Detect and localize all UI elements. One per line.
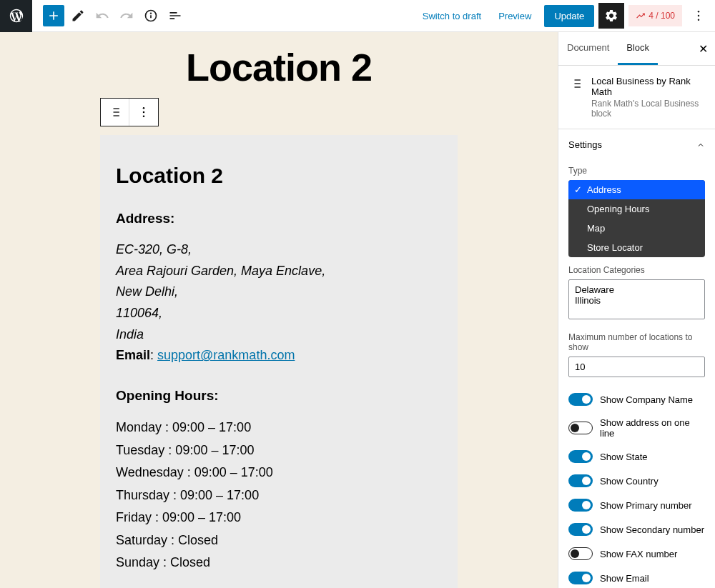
categories-label: Location Categories — [568, 265, 705, 275]
toggle-label: Show State — [600, 452, 648, 462]
hours-line: Friday : 09:00 – 17:00 — [116, 507, 442, 529]
svg-point-12 — [143, 107, 145, 109]
tab-document[interactable]: Document — [558, 32, 618, 65]
toggle-switch[interactable] — [568, 547, 593, 560]
seo-score-text: 4 / 100 — [649, 11, 675, 21]
toggle-switch[interactable] — [568, 393, 593, 406]
toggle-label: Show Secondary number — [600, 524, 704, 535]
preview-button[interactable]: Preview — [490, 5, 540, 27]
toggle-row: Show FAX number — [568, 542, 705, 566]
wordpress-logo[interactable] — [0, 0, 32, 32]
toggle-row: Show Primary number — [568, 493, 705, 517]
email-link[interactable]: support@rankmath.com — [157, 348, 295, 362]
max-locations-label: Maximum number of locations to show — [568, 332, 705, 352]
hours-line: Thursday : 09:00 – 17:00 — [116, 484, 442, 507]
block-type-icon[interactable] — [101, 99, 129, 126]
toggle-switch[interactable] — [568, 499, 593, 512]
redo-icon[interactable] — [116, 5, 137, 26]
svg-point-2 — [151, 13, 152, 14]
toggle-row: Show address on one line — [568, 412, 705, 444]
toggle-switch[interactable] — [568, 523, 593, 536]
block-icon — [568, 76, 584, 91]
address-line: New Delhi, — [116, 281, 442, 303]
toggle-switch[interactable] — [568, 422, 593, 434]
email-line: Email: support@rankmath.com — [116, 345, 442, 367]
dropdown-option[interactable]: Opening Hours — [568, 199, 705, 219]
hours-line: Monday : 09:00 – 17:00 — [116, 417, 442, 439]
toggle-label: Show address on one line — [600, 417, 705, 439]
outline-icon[interactable] — [164, 5, 186, 26]
dropdown-option[interactable]: Store Locator — [568, 238, 705, 257]
hours-line: Tuesday : 09:00 – 17:00 — [116, 439, 442, 462]
address-line: EC-320, G-8, — [116, 239, 442, 261]
address-label: Address: — [116, 211, 442, 226]
hours-line: Wednesday : 09:00 – 17:00 — [116, 462, 442, 484]
svg-point-5 — [698, 19, 700, 21]
hours-line: Saturday : Closed — [116, 529, 442, 552]
edit-tool-icon[interactable] — [67, 5, 89, 26]
update-button[interactable]: Update — [544, 5, 594, 27]
block-toolbar — [100, 98, 159, 126]
top-toolbar: Switch to draft Preview Update 4 / 100 — [0, 0, 715, 32]
info-icon[interactable] — [140, 5, 162, 26]
chevron-up-icon — [696, 141, 705, 149]
content-heading: Location 2 — [116, 164, 442, 188]
undo-icon[interactable] — [92, 5, 113, 26]
toggle-switch[interactable] — [568, 474, 593, 487]
max-locations-input[interactable] — [568, 357, 705, 377]
more-options-kebab[interactable] — [688, 5, 709, 26]
address-line: Area Rajouri Garden, Maya Enclave, — [116, 261, 442, 282]
toggle-label: Show Email — [600, 573, 649, 584]
hours-line: Sunday : Closed — [116, 552, 442, 574]
switch-to-draft-button[interactable]: Switch to draft — [414, 5, 490, 27]
block-info: Local Business by Rank Math Rank Math's … — [558, 66, 715, 129]
svg-point-14 — [143, 116, 145, 118]
block-title: Local Business by Rank Math — [591, 76, 705, 97]
hours-label: Opening Hours: — [116, 388, 442, 404]
toggle-row: Show Secondary number — [568, 517, 705, 542]
settings-panel-header[interactable]: Settings — [558, 129, 715, 160]
type-label: Type — [568, 166, 705, 176]
toggle-label: Show FAX number — [600, 549, 677, 559]
block-more-kebab[interactable] — [129, 99, 158, 126]
page-title[interactable]: Location 2 — [0, 32, 558, 98]
svg-point-3 — [698, 11, 700, 12]
close-icon[interactable]: ✕ — [699, 42, 708, 56]
add-block-button[interactable] — [43, 5, 64, 26]
address-line: 110064, — [116, 303, 442, 324]
dropdown-option[interactable]: Map — [568, 219, 705, 238]
settings-gear-button[interactable] — [598, 3, 624, 29]
tab-block[interactable]: Block — [618, 32, 658, 65]
toggle-label: Show Company Name — [600, 394, 693, 405]
svg-point-13 — [143, 111, 145, 114]
address-line: India — [116, 324, 442, 346]
svg-point-4 — [698, 15, 700, 17]
sidebar-panel: Document Block ✕ Local Business by Rank … — [558, 32, 715, 588]
toggle-row: Show State — [568, 444, 705, 469]
toggle-row: Show Email — [568, 566, 705, 588]
toggle-switch[interactable] — [568, 572, 593, 584]
content-block[interactable]: Location 2 Address: EC-320, G-8,Area Raj… — [100, 135, 458, 588]
editor-canvas: Location 2 Location 2 Address: EC-320, G… — [0, 32, 558, 588]
dropdown-option[interactable]: Address — [568, 180, 705, 199]
toggle-row: Show Company Name — [568, 387, 705, 412]
toggle-label: Show Primary number — [600, 500, 692, 511]
toggle-row: Show Country — [568, 469, 705, 493]
seo-score-badge[interactable]: 4 / 100 — [628, 5, 682, 26]
block-subtitle: Rank Math's Local Business block — [591, 99, 705, 119]
toggle-label: Show Country — [600, 476, 659, 487]
type-dropdown[interactable]: AddressOpening HoursMapStore Locator — [568, 180, 705, 257]
toggle-switch[interactable] — [568, 450, 593, 463]
categories-box[interactable]: DelawareIllinois — [568, 279, 705, 319]
